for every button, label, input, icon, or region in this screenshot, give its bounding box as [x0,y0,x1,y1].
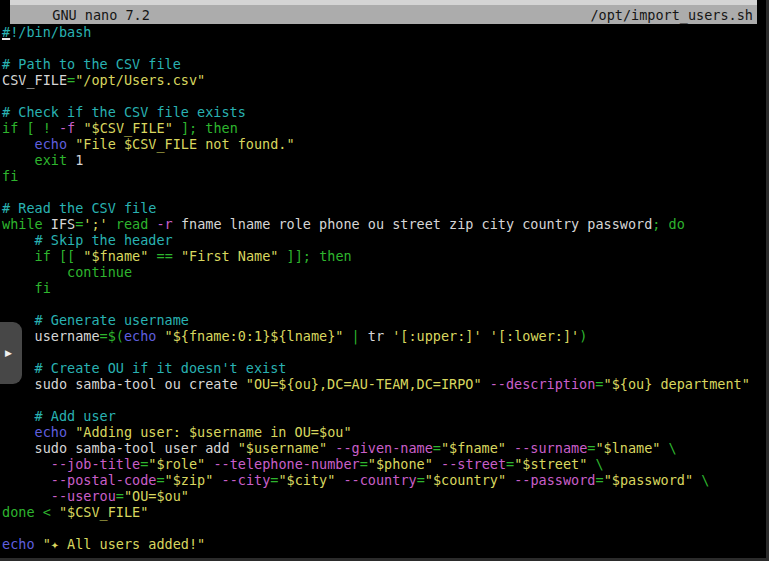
code-token: if [2,120,18,136]
code-token: fi [35,280,51,296]
code-line[interactable]: # Create OU if it doesn't exist [2,360,766,376]
code-line[interactable]: done < "$CSV_FILE" [2,504,766,520]
code-token: | [352,328,360,344]
code-token: [[ [59,248,75,264]
code-token: ! [43,120,51,136]
code-line[interactable]: echo "File $CSV_FILE not found." [2,136,766,152]
code-token: "OU=$ou" [124,488,189,504]
code-token: echo [35,136,68,152]
code-token [2,424,35,440]
code-line[interactable] [2,392,766,408]
code-token: -r [156,216,172,232]
code-token: -f [59,120,75,136]
code-line[interactable] [2,40,766,56]
code-line[interactable]: # Check if the CSV file exists [2,104,766,120]
code-token [2,136,35,152]
code-token: =$( [100,328,124,344]
code-token: echo [2,536,35,552]
code-token: "First Name" [181,248,279,264]
code-line[interactable]: # Read the CSV file [2,200,766,216]
code-token: = [116,488,124,504]
code-token: "$phone" [368,456,433,472]
code-token [2,264,67,280]
code-line[interactable]: # Generate username [2,312,766,328]
code-line[interactable] [2,520,766,536]
code-line[interactable]: --postal-code="$zip" --city="$city" --co… [2,472,766,488]
code-token: --job-title [51,456,140,472]
code-token [506,440,514,456]
code-token: "$zip" [165,472,214,488]
code-token: --street [441,456,506,472]
code-token: = [433,440,441,456]
code-token [2,248,35,264]
code-token: "OU=${ou},DC=AU-TEAM,DC=IRPO" [246,376,482,392]
code-token [2,280,35,296]
code-line[interactable]: while IFS=';' read -r fname lname role p… [2,216,766,232]
code-token: # Add user [35,408,116,424]
code-token [173,120,181,136]
titlebar-row: GNU nano 7.2 /opt/import_users.sh [10,5,757,24]
code-token: if [35,248,51,264]
code-token: --city [222,472,271,488]
code-line[interactable]: sudo samba-tool user add "$username" --g… [2,440,766,456]
app-title: GNU nano 7.2 [36,7,150,23]
code-line[interactable]: username=$(echo "${fname:0:1}${lname}" |… [2,328,766,344]
code-line[interactable]: --job-title="$role" --telephone-number="… [2,456,766,472]
code-token: fname lname role phone ou street zip cit… [173,216,653,232]
code-token: "$CSV_FILE" [83,120,172,136]
code-line[interactable]: sudo samba-tool ou create "OU=${ou},DC=A… [2,376,766,392]
code-token: "$username" [238,440,327,456]
code-token: < [43,504,51,520]
code-token: '[:lower:]' [490,328,579,344]
code-line[interactable]: if [[ "$fname" == "First Name" ]]; then [2,248,766,264]
code-line[interactable] [2,344,766,360]
code-token [2,408,35,424]
code-line[interactable]: fi [2,168,766,184]
code-token: !/bin/bash [10,24,91,40]
code-token: --description [490,376,596,392]
code-token: do [669,216,685,232]
code-token: # Path to the CSV file [2,56,181,72]
code-token: while [2,216,43,232]
code-token: ';' [83,216,107,232]
code-token [35,536,43,552]
code-line[interactable]: echo "Adding user: $username in OU=$ou" [2,424,766,440]
code-token [2,152,35,168]
code-line[interactable]: fi [2,280,766,296]
code-line[interactable]: #!/bin/bash [2,24,766,40]
code-token: # Read the CSV file [2,200,156,216]
code-line[interactable]: if [ ! -f "$CSV_FILE" ]; then [2,120,766,136]
code-token: [ [26,120,34,136]
code-token [506,472,514,488]
code-token: = [595,376,603,392]
code-line[interactable]: # Skip the header [2,232,766,248]
sidebar-expand-tab[interactable]: ▶ [0,322,22,384]
code-token [311,248,319,264]
code-token: "$fname" [441,440,506,456]
code-token: "/opt/Users.csv" [75,72,205,88]
code-line[interactable]: CSV_FILE="/opt/Users.csv" [2,72,766,88]
code-token: IFS [43,216,76,232]
code-line[interactable]: exit 1 [2,152,766,168]
code-area[interactable]: #!/bin/bash# Path to the CSV fileCSV_FIL… [2,24,766,552]
code-line[interactable] [2,296,766,312]
code-token: --telephone-number [213,456,359,472]
code-token [148,248,156,264]
code-token: # Create OU if it doesn't exist [35,360,287,376]
code-line[interactable]: echo "✦ All users added!" [2,536,766,552]
code-token: = [67,72,75,88]
code-token: "${ou} department" [604,376,750,392]
code-line[interactable]: # Add user [2,408,766,424]
code-token: \ [669,440,677,456]
chevron-right-icon: ▶ [0,348,12,358]
code-line[interactable] [2,184,766,200]
code-token [433,456,441,472]
code-token: CSV_FILE [2,72,67,88]
code-line[interactable] [2,88,766,104]
code-line[interactable]: --userou="OU=$ou" [2,488,766,504]
code-token: ]; [181,120,197,136]
code-token [2,488,51,504]
code-token [35,120,43,136]
code-line[interactable]: # Path to the CSV file [2,56,766,72]
code-line[interactable]: continue [2,264,766,280]
